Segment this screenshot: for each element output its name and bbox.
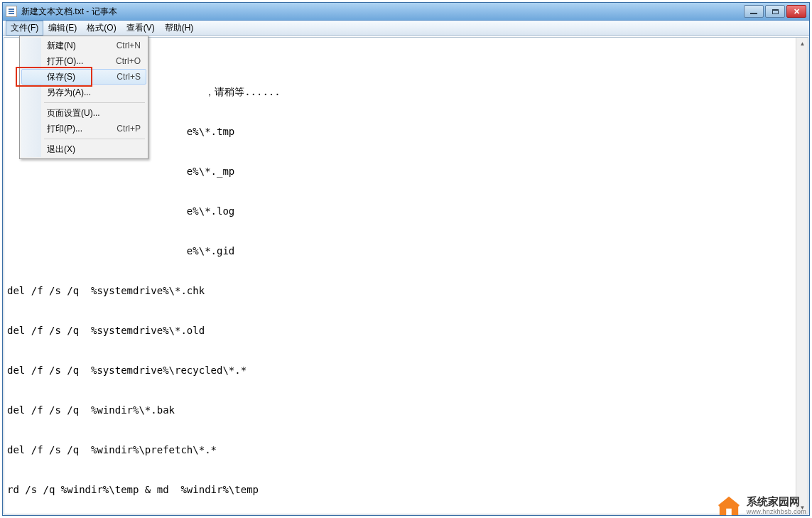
maximize-button[interactable] bbox=[765, 5, 785, 18]
window-title: 新建文本文档.txt - 记事本 bbox=[21, 6, 117, 18]
menu-file[interactable]: 文件(F) bbox=[6, 21, 43, 36]
menu-edit[interactable]: 编辑(E) bbox=[43, 21, 82, 36]
menu-separator bbox=[44, 102, 145, 103]
close-button[interactable]: ✕ bbox=[786, 5, 806, 18]
file-dropdown: 新建(N) Ctrl+N 打开(O)... Ctrl+O 保存(S) Ctrl+… bbox=[19, 36, 148, 159]
menu-separator bbox=[44, 139, 145, 139]
menu-item-open[interactable]: 打开(O)... Ctrl+O bbox=[21, 53, 146, 69]
menu-item-shortcut: Ctrl+O bbox=[116, 56, 141, 66]
minimize-button[interactable] bbox=[744, 5, 764, 18]
menu-item-label: 打印(P)... bbox=[47, 123, 82, 135]
menu-item-exit[interactable]: 退出(X) bbox=[21, 141, 146, 157]
menu-item-save[interactable]: 保存(S) Ctrl+S bbox=[21, 69, 146, 85]
window-controls: ✕ bbox=[744, 5, 806, 18]
menu-format[interactable]: 格式(O) bbox=[82, 21, 121, 36]
menu-item-label: 另存为(A)... bbox=[47, 87, 91, 99]
watermark-title: 系统家园网 bbox=[747, 495, 806, 508]
menu-item-label: 保存(S) bbox=[47, 71, 75, 83]
menu-item-label: 打开(O)... bbox=[47, 55, 83, 68]
menu-view[interactable]: 查看(V) bbox=[121, 21, 160, 36]
watermark-url: www.hnzkhbsb.com bbox=[747, 508, 806, 516]
menu-item-shortcut: Ctrl+N bbox=[117, 41, 141, 50]
menu-item-shortcut: Ctrl+S bbox=[117, 72, 141, 82]
scroll-up-icon[interactable]: ▲ bbox=[796, 38, 808, 50]
titlebar[interactable]: 新建文本文档.txt - 记事本 ✕ bbox=[3, 3, 809, 21]
menubar: 文件(F) 编辑(E) 格式(O) 查看(V) 帮助(H) bbox=[3, 21, 809, 36]
watermark: 系统家园网 www.hnzkhbsb.com bbox=[715, 494, 806, 517]
watermark-text: 系统家园网 www.hnzkhbsb.com bbox=[747, 495, 806, 516]
menu-item-shortcut: Ctrl+P bbox=[117, 124, 141, 134]
close-icon: ✕ bbox=[794, 8, 800, 16]
svg-rect-0 bbox=[726, 509, 732, 515]
maximize-icon bbox=[772, 9, 779, 14]
app-icon bbox=[6, 6, 17, 17]
vertical-scrollbar[interactable]: ▲ ▼ bbox=[796, 38, 808, 514]
menu-item-label: 退出(X) bbox=[47, 144, 75, 156]
menu-item-label: 新建(N) bbox=[47, 40, 76, 52]
house-icon bbox=[715, 494, 742, 517]
menu-item-new[interactable]: 新建(N) Ctrl+N bbox=[21, 38, 146, 53]
menu-item-label: 页面设置(U)... bbox=[47, 107, 100, 119]
menu-help[interactable]: 帮助(H) bbox=[160, 21, 199, 36]
menu-item-saveas[interactable]: 另存为(A)... bbox=[21, 85, 146, 100]
minimize-icon bbox=[750, 13, 757, 14]
menu-item-print[interactable]: 打印(P)... Ctrl+P bbox=[21, 121, 146, 136]
menu-item-pagesetup[interactable]: 页面设置(U)... bbox=[21, 105, 146, 121]
